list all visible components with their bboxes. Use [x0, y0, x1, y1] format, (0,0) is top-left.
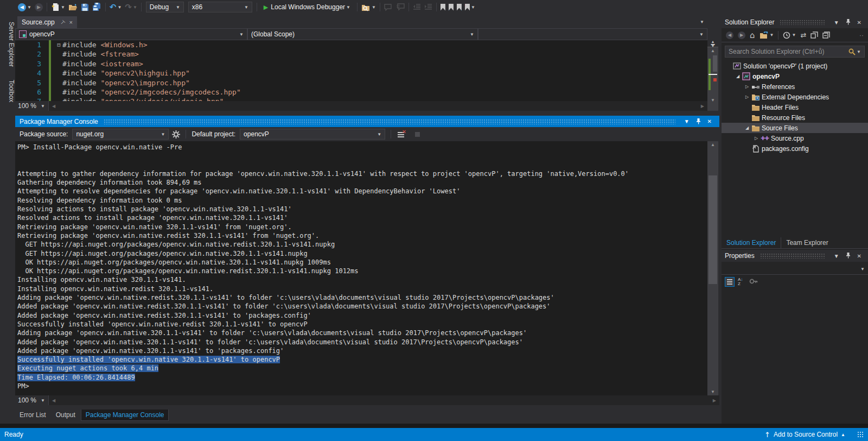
- package-source-settings-button[interactable]: [172, 130, 180, 138]
- open-file-button[interactable]: [67, 1, 79, 13]
- tree-item-source-files[interactable]: ◢Source Files: [722, 123, 868, 133]
- undo-button[interactable]: ↶ ▼: [108, 1, 124, 13]
- pending-changes-filter-button[interactable]: ▼: [783, 32, 796, 39]
- navigate-forward-button[interactable]: ▶: [33, 1, 44, 13]
- chevron-up-icon[interactable]: ▲: [841, 432, 845, 437]
- uncomment-button[interactable]: [394, 1, 406, 13]
- previous-bookmark-button[interactable]: ◀: [447, 1, 455, 13]
- alphabetical-sort-button[interactable]: A↓Z: [738, 278, 743, 286]
- switch-views-button[interactable]: ▼: [760, 32, 774, 39]
- pin-icon[interactable]: [843, 252, 854, 260]
- comment-button[interactable]: [382, 1, 394, 13]
- tree-item-references[interactable]: ▷References: [722, 81, 868, 92]
- code-editor[interactable]: 1⊟#include <Windows.h>2 #include <fstrea…: [15, 40, 707, 101]
- save-button[interactable]: [79, 1, 91, 13]
- package-source-dropdown[interactable]: nuget.org ▼: [72, 129, 169, 140]
- scrollbar-splitter-handle[interactable]: ▲▬▼: [707, 40, 718, 47]
- scrollbar-track[interactable]: [707, 148, 718, 388]
- solution-platform-dropdown[interactable]: x86 ▼: [188, 2, 252, 12]
- navigate-back-button[interactable]: ◀ ▼: [16, 1, 33, 13]
- solution-configuration-dropdown[interactable]: Debug ▼: [146, 2, 184, 12]
- console-vertical-scrollbar[interactable]: ▲ ▼: [707, 141, 718, 395]
- scroll-right-arrow[interactable]: ▶: [698, 104, 707, 109]
- pmc-title-bar[interactable]: Package Manager Console ▼ ✕: [15, 116, 719, 127]
- toolbar-overflow-icon[interactable]: ··: [859, 32, 864, 39]
- decrease-indent-button[interactable]: [411, 1, 423, 13]
- tree-item-solution-opencvp-1-project-[interactable]: Solution 'opencvP' (1 project): [722, 61, 868, 71]
- properties-title-bar[interactable]: Properties ▼ ✕: [722, 250, 868, 262]
- property-pages-button[interactable]: [749, 278, 758, 286]
- redo-button[interactable]: ↷ ▼: [123, 1, 139, 13]
- expander-open-icon[interactable]: ◢: [734, 74, 742, 79]
- editor-zoom-dropdown[interactable]: 100 % ▼: [15, 101, 49, 111]
- scroll-left-arrow[interactable]: ◀: [49, 104, 59, 109]
- pin-icon[interactable]: ⊤: [59, 18, 66, 26]
- tree-item-source-cpp[interactable]: ▷✚✚Source.cpp: [722, 133, 868, 143]
- window-position-chevron-icon[interactable]: ▼: [681, 118, 693, 124]
- scroll-left-arrow[interactable]: ◀: [49, 398, 59, 403]
- forward-button[interactable]: ▶: [738, 32, 745, 39]
- back-button[interactable]: ◀: [726, 32, 733, 39]
- scrollbar-thumb[interactable]: [709, 175, 717, 284]
- increase-indent-button[interactable]: [423, 1, 434, 13]
- expander-closed-icon[interactable]: ▷: [752, 136, 760, 141]
- next-bookmark-button[interactable]: ▶: [455, 1, 463, 13]
- collapse-all-button[interactable]: [822, 32, 830, 39]
- stop-button[interactable]: [415, 132, 420, 137]
- resize-grip[interactable]: [857, 431, 864, 438]
- scroll-up-arrow[interactable]: ▲: [707, 141, 718, 148]
- scrollbar-track[interactable]: [707, 54, 718, 97]
- search-icon[interactable]: [848, 48, 856, 55]
- add-to-source-control-button[interactable]: Add to Source Control: [774, 431, 838, 438]
- expander-open-icon[interactable]: ◢: [743, 125, 751, 130]
- expander-closed-icon[interactable]: ▷: [743, 84, 751, 89]
- tree-item-header-files[interactable]: Header Files: [722, 102, 868, 112]
- nav-project-dropdown[interactable]: opencvP ▼: [15, 28, 247, 40]
- panel-tab-team-explorer[interactable]: Team Explorer: [781, 237, 833, 248]
- scroll-down-arrow[interactable]: ▼: [707, 388, 718, 395]
- solution-explorer-title-bar[interactable]: Solution Explorer ▼ ✕: [722, 16, 868, 28]
- pin-icon[interactable]: [693, 118, 704, 125]
- console-zoom-dropdown[interactable]: 100 % ▼: [15, 395, 49, 405]
- sync-with-active-document-icon[interactable]: ⇄: [800, 31, 806, 39]
- refresh-button[interactable]: [810, 32, 818, 39]
- start-debugging-button[interactable]: ▶ Local Windows Debugger ▼: [259, 1, 355, 13]
- find-in-files-button[interactable]: ▼: [360, 1, 378, 13]
- close-icon[interactable]: ✕: [854, 253, 865, 259]
- solution-explorer-search-box[interactable]: Search Solution Explorer (Ctrl+ů) ▼: [725, 46, 865, 58]
- window-position-chevron-icon[interactable]: ▼: [831, 20, 843, 26]
- clear-console-button[interactable]: ✕: [398, 131, 405, 137]
- document-tab-source-cpp[interactable]: Source.cpp ⊤ ×: [17, 16, 77, 28]
- save-all-button[interactable]: [91, 1, 103, 13]
- pin-icon[interactable]: [843, 18, 854, 26]
- properties-object-dropdown[interactable]: ▼: [722, 264, 868, 275]
- tree-item-packages-config[interactable]: packages.config: [722, 143, 868, 154]
- categorized-view-button[interactable]: [725, 277, 735, 287]
- tool-window-tab-output[interactable]: Output: [52, 410, 80, 420]
- clear-bookmarks-button[interactable]: ✕ ▼: [463, 1, 477, 13]
- home-icon[interactable]: ⌂: [750, 30, 755, 40]
- panel-tab-solution-explorer[interactable]: Solution Explorer: [722, 237, 781, 248]
- sidebar-tab-server-explorer[interactable]: Server Explorer: [0, 16, 15, 72]
- window-position-chevron-icon[interactable]: ▼: [831, 253, 843, 259]
- tree-item-opencvp[interactable]: ◢opencvP: [722, 71, 868, 81]
- expander-closed-icon[interactable]: ▷: [743, 94, 751, 99]
- tab-list-chevron-icon[interactable]: ▼: [700, 20, 704, 24]
- close-icon[interactable]: ×: [69, 19, 72, 26]
- close-icon[interactable]: ✕: [854, 20, 865, 26]
- scroll-up-arrow[interactable]: ▲: [707, 47, 718, 54]
- tree-item-external-dependencies[interactable]: ▷External Dependencies: [722, 92, 868, 102]
- nav-scope-dropdown[interactable]: (Global Scope) ▼: [247, 28, 478, 40]
- scroll-down-arrow[interactable]: ▼: [707, 97, 718, 104]
- nav-member-dropdown[interactable]: ▼: [478, 28, 707, 40]
- fold-collapse-icon[interactable]: ⊟: [55, 40, 62, 49]
- close-icon[interactable]: ✕: [704, 118, 715, 124]
- editor-vertical-scrollbar[interactable]: ▲▬▼ ▲ ▼: [707, 40, 718, 111]
- toggle-bookmark-button[interactable]: [439, 1, 447, 13]
- sidebar-tab-toolbox[interactable]: Toolbox: [0, 74, 15, 108]
- tool-window-tab-package-manager-console[interactable]: Package Manager Console: [81, 410, 169, 421]
- scroll-right-arrow[interactable]: ▶: [710, 398, 719, 403]
- default-project-dropdown[interactable]: opencvP ▼: [240, 129, 385, 140]
- scrollbar-thumb[interactable]: [713, 55, 717, 72]
- package-manager-console-output[interactable]: PM> Install-Package opencv.win.native -P…: [15, 141, 707, 395]
